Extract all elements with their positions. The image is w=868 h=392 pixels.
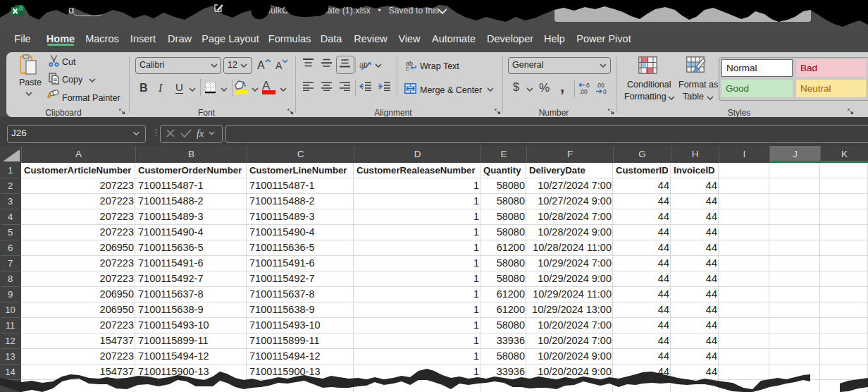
svg-text:fx: fx bbox=[197, 128, 204, 139]
svg-text:0: 0 bbox=[603, 88, 607, 94]
svg-text:.00: .00 bbox=[579, 88, 588, 94]
svg-text:c: c bbox=[406, 65, 409, 71]
